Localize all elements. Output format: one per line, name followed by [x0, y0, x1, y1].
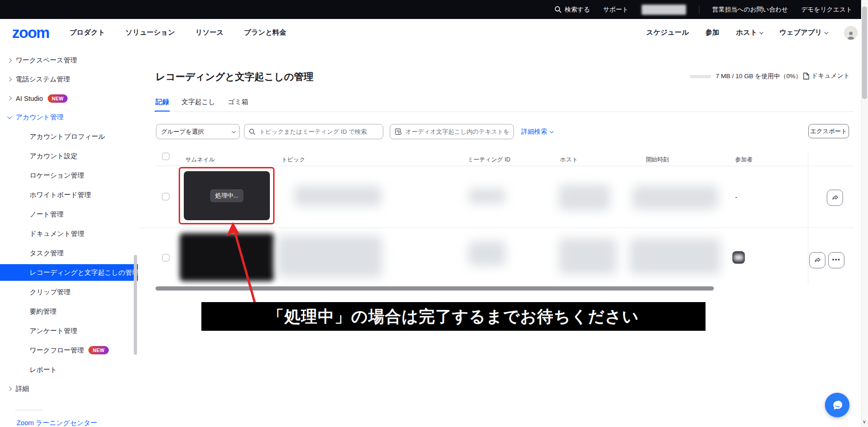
- col-header-meeting-id: ミーティング ID: [468, 156, 510, 164]
- sidebar-item-label: アカウント管理: [16, 113, 63, 122]
- recording-thumbnail-processing[interactable]: 処理中...: [184, 171, 270, 220]
- navbar-right: スケジュール 参加 ホスト ウェブアプリ: [646, 26, 858, 40]
- nav-host[interactable]: ホスト: [736, 28, 763, 37]
- sidebar-item-summary-management[interactable]: 要約管理: [0, 302, 138, 321]
- group-select-dropdown[interactable]: グループを選択: [156, 124, 240, 139]
- transcript-search-field: [390, 124, 514, 139]
- zoom-logo[interactable]: zoom: [12, 24, 49, 42]
- chevron-right-icon: [7, 387, 12, 391]
- col-header-participants: 参加者: [735, 156, 753, 164]
- sidebar-item-clip-management[interactable]: クリップ管理: [0, 282, 138, 302]
- more-icon: •••: [832, 256, 840, 263]
- zoom-web-portal: 検索する サポート 営業担当へのお問い合わせ デモをリクエスト zoom プロダ…: [0, 0, 868, 427]
- chevron-down-icon: [824, 30, 828, 34]
- transcript-search-input[interactable]: [406, 128, 509, 135]
- sidebar-item-workflow-management[interactable]: ワークフロー管理NEW: [0, 340, 138, 360]
- sidebar-item-label: 電話システム管理: [16, 75, 70, 84]
- sidebar-item-label: ワークフロー管理: [30, 346, 84, 355]
- row2-start-time-blur: [630, 238, 721, 274]
- row2-topic-blur: [277, 235, 382, 277]
- user-avatar[interactable]: [844, 26, 858, 40]
- row2-host-blur: [559, 238, 617, 274]
- pinned-column-divider: [808, 153, 808, 284]
- row1-checkbox[interactable]: [162, 193, 169, 200]
- advanced-search-link[interactable]: 詳細検索: [521, 128, 553, 136]
- sidebar-item-ai-studio[interactable]: AI StudioNEW: [0, 89, 138, 108]
- share-icon: [813, 256, 822, 265]
- chevron-right-icon: [7, 58, 12, 63]
- sidebar-item-label: ワークスペース管理: [16, 56, 77, 65]
- request-demo-link[interactable]: デモをリクエスト: [801, 6, 852, 14]
- top-utility-bar: 検索する サポート 営業担当へのお問い合わせ デモをリクエスト: [0, 0, 868, 19]
- sidebar-item-label: AI Studio: [16, 95, 43, 102]
- new-badge: NEW: [88, 346, 108, 354]
- learning-center-link[interactable]: Zoom ラーニングセンター: [17, 419, 97, 427]
- sidebar-item-location-management[interactable]: ロケーション管理: [0, 166, 138, 185]
- nav-resources[interactable]: リソース: [195, 28, 224, 37]
- sidebar-item-recording-transcript-management[interactable]: レコーディングと文字起こしの管理: [0, 264, 138, 281]
- search-icon: [555, 6, 562, 13]
- support-link[interactable]: サポート: [603, 6, 629, 14]
- sidebar-item-notes-management[interactable]: ノート管理: [0, 204, 138, 224]
- scrollbar-down-arrow[interactable]: ∨: [862, 419, 866, 425]
- nav-solutions[interactable]: ソリューション: [125, 28, 175, 37]
- row2-checkbox[interactable]: [162, 254, 169, 261]
- sidebar-item-workspace-management[interactable]: ワークスペース管理: [0, 51, 138, 70]
- row2-share-button[interactable]: [809, 252, 825, 268]
- annotation-caption: 「処理中」の場合は完了するまでお待ちください: [201, 302, 706, 331]
- col-header-start-time: 開始時刻: [646, 156, 669, 164]
- global-search[interactable]: 検索する: [555, 6, 590, 14]
- sidebar-item-account-settings[interactable]: アカウント設定: [0, 146, 138, 166]
- nav-join[interactable]: 参加: [706, 28, 719, 37]
- row1-participants-value: -: [735, 193, 737, 201]
- sidebar-item-account-management[interactable]: アカウント管理: [0, 108, 138, 127]
- sidebar-item-survey-management[interactable]: アンケート管理: [0, 321, 138, 340]
- group-select-value: グループを選択: [161, 128, 204, 136]
- search-label: 検索する: [565, 6, 590, 14]
- sidebar-scrollbar[interactable]: [134, 255, 137, 355]
- tab-bar-underline: [156, 111, 854, 112]
- tab-trash[interactable]: ゴミ箱: [228, 98, 248, 112]
- row2-participant-avatar-blurred: [732, 251, 745, 264]
- contact-sales-link[interactable]: 営業担当へのお問い合わせ: [712, 6, 788, 14]
- tab-transcripts[interactable]: 文字起こし: [181, 98, 215, 112]
- chevron-down-icon: [550, 130, 554, 133]
- nav-webapp[interactable]: ウェブアプリ: [779, 28, 827, 37]
- storage-usage: 7 MB / 10 GB を使用中（0%）: [690, 72, 802, 80]
- tab-recordings[interactable]: 記録: [156, 98, 169, 112]
- page-title: レコーディングと文字起こしの管理: [156, 70, 313, 83]
- nav-products[interactable]: プロダクト: [69, 28, 105, 37]
- sidebar-item-account-profile[interactable]: アカウントプロフィール: [0, 127, 138, 146]
- support-chat-button[interactable]: [825, 393, 849, 417]
- admin-sidebar: ワークスペース管理 電話システム管理 AI StudioNEW アカウント管理 …: [0, 46, 138, 427]
- nav-plans-pricing[interactable]: プランと料金: [244, 28, 286, 37]
- nav-schedule[interactable]: スケジュール: [646, 28, 689, 37]
- row1-host-blur: [559, 185, 610, 210]
- export-button[interactable]: エクスポート: [808, 124, 849, 138]
- row2-more-button[interactable]: •••: [828, 252, 844, 268]
- redacted-phone-blur: [642, 5, 686, 15]
- tab-bar: 記録 文字起こし ゴミ箱: [156, 98, 248, 112]
- sidebar-item-document-management[interactable]: ドキュメント管理: [0, 224, 138, 243]
- row1-share-button[interactable]: [827, 190, 843, 206]
- select-all-checkbox[interactable]: [162, 153, 169, 160]
- redacted-text-blur: [734, 254, 743, 260]
- new-badge: NEW: [48, 94, 68, 103]
- sidebar-item-whiteboard-management[interactable]: ホワイトボード管理: [0, 185, 138, 204]
- sidebar-item-advanced[interactable]: 詳細: [0, 379, 138, 398]
- person-icon: [846, 30, 856, 40]
- annotation-arrow: [213, 221, 278, 307]
- search-icon: [249, 129, 256, 135]
- sidebar-item-task-management[interactable]: タスク管理: [0, 243, 138, 263]
- page-scrollbar-thumb[interactable]: [862, 6, 867, 99]
- document-icon: [803, 73, 809, 80]
- topic-search-input[interactable]: [259, 128, 378, 135]
- sidebar-item-reports[interactable]: レポート: [0, 360, 138, 379]
- chevron-down-icon: [7, 114, 12, 119]
- row2-meeting-id-blur: [468, 241, 506, 266]
- sidebar-item-phone-system-management[interactable]: 電話システム管理: [0, 70, 138, 89]
- col-header-thumbnail: サムネイル: [185, 156, 215, 164]
- documentation-label: ドキュメント: [812, 72, 850, 80]
- documentation-link[interactable]: ドキュメント: [803, 72, 850, 80]
- storage-progress-bar: [690, 75, 711, 78]
